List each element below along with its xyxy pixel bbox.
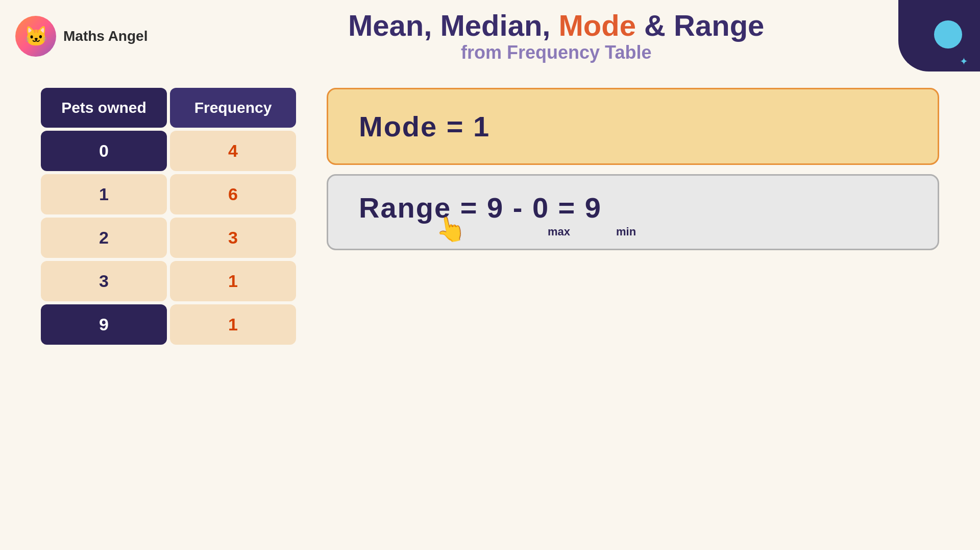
table-row: 1 6 [41,174,296,214]
pets-cell-3: 3 [41,261,167,301]
mode-equation: Mode = 1 [359,110,490,143]
title-amp: & [636,9,674,42]
range-panel: Range = 9 - 0 = 9 max min 👆 [327,174,939,250]
freq-cell-2: 3 [170,218,296,258]
logo-area: 🐱 Maths Angel [15,16,148,57]
right-panels: Mode = 1 Range = 9 - 0 = 9 max min 👆 [327,88,939,250]
freq-cell-1: 6 [170,174,296,214]
table-header-row: Pets owned Frequency [41,88,296,128]
title-mode: Mode [559,9,636,42]
main-title: Mean, Median, Mode & Range [148,9,965,42]
range-equation: Range = 9 - 0 = 9 [359,191,602,224]
header: 🐱 Maths Angel Mean, Median, Mode & Range… [0,0,980,73]
label-min: min [616,225,636,238]
top-right-decoration: ✦ [888,0,980,82]
main-content: Pets owned Frequency 0 4 1 6 2 3 3 1 [0,78,980,355]
logo-text: Maths Angel [63,28,148,44]
title-part1: Mean, Median, [348,9,559,42]
pets-cell-9: 9 [41,304,167,345]
mode-panel: Mode = 1 [327,88,939,165]
logo-icon: 🐱 [15,16,56,57]
table-row: 0 4 [41,131,296,171]
hand-pointing-icon: 👆 [433,212,469,246]
freq-cell-0: 4 [170,131,296,171]
pets-cell-1: 1 [41,174,167,214]
title-range: Range [674,9,764,42]
table-row: 2 3 [41,218,296,258]
freq-cell-9: 1 [170,304,296,345]
header-pets-owned: Pets owned [41,88,167,128]
satellite-icon: ✦ [960,55,971,66]
pets-cell-0: 0 [41,131,167,171]
frequency-table: Pets owned Frequency 0 4 1 6 2 3 3 1 [41,88,296,345]
freq-cell-3: 1 [170,261,296,301]
range-labels: max min [359,225,636,238]
table-row: 3 1 [41,261,296,301]
table-rows: 0 4 1 6 2 3 3 1 9 1 [41,131,296,345]
pets-cell-2: 2 [41,218,167,258]
header-frequency: Frequency [170,88,296,128]
subtitle: from Frequency Table [148,42,965,63]
table-row: 9 1 [41,304,296,345]
deco-blue-circle [934,20,962,49]
label-max: max [548,225,570,238]
title-area: Mean, Median, Mode & Range from Frequenc… [148,9,965,63]
